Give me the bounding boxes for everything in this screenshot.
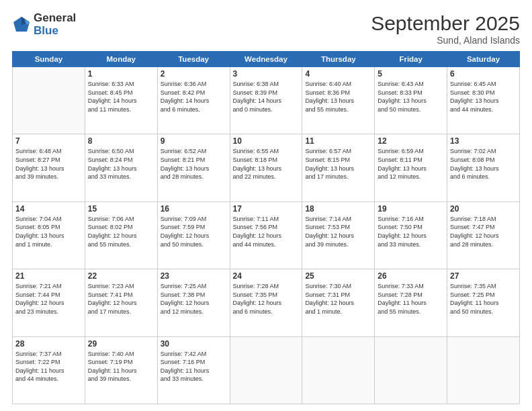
day-number: 10 [233, 136, 300, 146]
logo-general-text: General [34, 12, 76, 25]
day-info: Sunrise: 6:59 AM Sunset: 8:11 PM Dayligh… [378, 147, 444, 181]
calendar-cell: 19Sunrise: 7:16 AM Sunset: 7:50 PM Dayli… [375, 201, 447, 269]
day-info: Sunrise: 6:48 AM Sunset: 8:27 PM Dayligh… [15, 147, 82, 181]
day-number: 7 [15, 136, 82, 146]
calendar-header-tuesday: Tuesday [157, 52, 230, 67]
calendar-cell: 26Sunrise: 7:33 AM Sunset: 7:28 PM Dayli… [375, 269, 447, 336]
calendar-cell: 10Sunrise: 6:55 AM Sunset: 8:18 PM Dayli… [230, 134, 302, 201]
day-number: 12 [378, 136, 444, 146]
calendar-cell: 20Sunrise: 7:18 AM Sunset: 7:47 PM Dayli… [447, 201, 520, 269]
calendar-header-row: SundayMondayTuesdayWednesdayThursdayFrid… [13, 52, 520, 67]
day-info: Sunrise: 7:30 AM Sunset: 7:31 PM Dayligh… [305, 282, 371, 316]
calendar-cell: 29Sunrise: 7:40 AM Sunset: 7:19 PM Dayli… [85, 336, 157, 404]
calendar-header-wednesday: Wednesday [230, 52, 302, 67]
day-number: 4 [305, 69, 371, 79]
calendar-cell [447, 336, 520, 404]
calendar-cell: 24Sunrise: 7:28 AM Sunset: 7:35 PM Dayli… [230, 269, 302, 336]
day-number: 18 [305, 204, 371, 214]
day-number: 17 [233, 204, 300, 214]
title-block: September 2025 Sund, Aland Islands [371, 12, 520, 46]
day-number: 27 [450, 271, 517, 281]
logo: General Blue [12, 12, 76, 37]
day-number: 20 [450, 204, 517, 214]
day-number: 11 [305, 136, 371, 146]
day-info: Sunrise: 7:02 AM Sunset: 8:08 PM Dayligh… [450, 147, 517, 181]
calendar-cell: 9Sunrise: 6:52 AM Sunset: 8:21 PM Daylig… [157, 134, 230, 201]
day-number: 1 [88, 69, 154, 79]
day-number: 9 [161, 136, 227, 146]
calendar-cell [302, 336, 375, 404]
day-info: Sunrise: 6:43 AM Sunset: 8:33 PM Dayligh… [378, 80, 444, 113]
day-number: 15 [88, 204, 154, 214]
calendar-cell: 4Sunrise: 6:40 AM Sunset: 8:36 PM Daylig… [302, 67, 375, 134]
calendar-cell: 2Sunrise: 6:36 AM Sunset: 8:42 PM Daylig… [157, 67, 230, 134]
calendar-header-thursday: Thursday [302, 52, 375, 67]
day-number: 8 [88, 136, 154, 146]
calendar-week-row: 14Sunrise: 7:04 AM Sunset: 8:05 PM Dayli… [13, 201, 520, 269]
calendar-cell: 21Sunrise: 7:21 AM Sunset: 7:44 PM Dayli… [13, 269, 85, 336]
calendar-table: SundayMondayTuesdayWednesdayThursdayFrid… [12, 51, 520, 404]
calendar-cell [13, 67, 85, 134]
day-number: 21 [15, 271, 82, 281]
day-number: 30 [161, 339, 227, 349]
day-info: Sunrise: 6:38 AM Sunset: 8:39 PM Dayligh… [233, 80, 300, 113]
calendar-header-saturday: Saturday [447, 52, 520, 67]
calendar-cell: 22Sunrise: 7:23 AM Sunset: 7:41 PM Dayli… [85, 269, 157, 336]
calendar-cell: 15Sunrise: 7:06 AM Sunset: 8:02 PM Dayli… [85, 201, 157, 269]
day-info: Sunrise: 7:28 AM Sunset: 7:35 PM Dayligh… [233, 282, 300, 316]
day-info: Sunrise: 7:14 AM Sunset: 7:53 PM Dayligh… [305, 215, 371, 248]
calendar-header-sunday: Sunday [13, 52, 85, 67]
calendar-cell: 6Sunrise: 6:45 AM Sunset: 8:30 PM Daylig… [447, 67, 520, 134]
calendar-cell [230, 336, 302, 404]
calendar-cell: 28Sunrise: 7:37 AM Sunset: 7:22 PM Dayli… [13, 336, 85, 404]
calendar-week-row: 21Sunrise: 7:21 AM Sunset: 7:44 PM Dayli… [13, 269, 520, 336]
day-number: 14 [15, 204, 82, 214]
calendar-cell: 1Sunrise: 6:33 AM Sunset: 8:45 PM Daylig… [85, 67, 157, 134]
calendar-cell: 17Sunrise: 7:11 AM Sunset: 7:56 PM Dayli… [230, 201, 302, 269]
day-info: Sunrise: 6:55 AM Sunset: 8:18 PM Dayligh… [233, 147, 300, 181]
day-info: Sunrise: 7:42 AM Sunset: 7:16 PM Dayligh… [161, 350, 227, 383]
calendar-header-friday: Friday [375, 52, 447, 67]
day-info: Sunrise: 7:04 AM Sunset: 8:05 PM Dayligh… [15, 215, 82, 248]
day-number: 13 [450, 136, 517, 146]
day-number: 6 [450, 69, 517, 79]
day-info: Sunrise: 7:09 AM Sunset: 7:59 PM Dayligh… [161, 215, 227, 248]
day-number: 5 [378, 69, 444, 79]
day-info: Sunrise: 7:25 AM Sunset: 7:38 PM Dayligh… [161, 282, 227, 316]
page: General Blue September 2025 Sund, Aland … [0, 0, 532, 411]
calendar-cell: 27Sunrise: 7:35 AM Sunset: 7:25 PM Dayli… [447, 269, 520, 336]
day-info: Sunrise: 6:50 AM Sunset: 8:24 PM Dayligh… [88, 147, 154, 181]
calendar-week-row: 28Sunrise: 7:37 AM Sunset: 7:22 PM Dayli… [13, 336, 520, 404]
day-info: Sunrise: 7:37 AM Sunset: 7:22 PM Dayligh… [15, 350, 82, 383]
day-info: Sunrise: 6:52 AM Sunset: 8:21 PM Dayligh… [161, 147, 227, 181]
day-info: Sunrise: 7:06 AM Sunset: 8:02 PM Dayligh… [88, 215, 154, 248]
day-number: 19 [378, 204, 444, 214]
calendar-cell: 3Sunrise: 6:38 AM Sunset: 8:39 PM Daylig… [230, 67, 302, 134]
day-number: 16 [161, 204, 227, 214]
day-number: 3 [233, 69, 300, 79]
day-info: Sunrise: 6:33 AM Sunset: 8:45 PM Dayligh… [88, 80, 154, 113]
day-number: 24 [233, 271, 300, 281]
calendar-cell: 5Sunrise: 6:43 AM Sunset: 8:33 PM Daylig… [375, 67, 447, 134]
day-info: Sunrise: 6:36 AM Sunset: 8:42 PM Dayligh… [161, 80, 227, 113]
day-number: 26 [378, 271, 444, 281]
calendar-cell: 12Sunrise: 6:59 AM Sunset: 8:11 PM Dayli… [375, 134, 447, 201]
day-info: Sunrise: 6:40 AM Sunset: 8:36 PM Dayligh… [305, 80, 371, 113]
calendar-cell: 25Sunrise: 7:30 AM Sunset: 7:31 PM Dayli… [302, 269, 375, 336]
day-info: Sunrise: 6:57 AM Sunset: 8:15 PM Dayligh… [305, 147, 371, 181]
calendar-cell: 8Sunrise: 6:50 AM Sunset: 8:24 PM Daylig… [85, 134, 157, 201]
calendar-cell: 18Sunrise: 7:14 AM Sunset: 7:53 PM Dayli… [302, 201, 375, 269]
day-number: 29 [88, 339, 154, 349]
calendar-cell: 11Sunrise: 6:57 AM Sunset: 8:15 PM Dayli… [302, 134, 375, 201]
calendar-cell: 16Sunrise: 7:09 AM Sunset: 7:59 PM Dayli… [157, 201, 230, 269]
day-info: Sunrise: 7:35 AM Sunset: 7:25 PM Dayligh… [450, 282, 517, 316]
day-number: 22 [88, 271, 154, 281]
calendar-week-row: 1Sunrise: 6:33 AM Sunset: 8:45 PM Daylig… [13, 67, 520, 134]
day-info: Sunrise: 7:21 AM Sunset: 7:44 PM Dayligh… [15, 282, 82, 316]
logo-blue-text: Blue [34, 25, 76, 38]
day-info: Sunrise: 7:40 AM Sunset: 7:19 PM Dayligh… [88, 350, 154, 383]
location-title: Sund, Aland Islands [371, 35, 520, 46]
day-info: Sunrise: 7:18 AM Sunset: 7:47 PM Dayligh… [450, 215, 517, 248]
day-info: Sunrise: 6:45 AM Sunset: 8:30 PM Dayligh… [450, 80, 517, 113]
day-info: Sunrise: 7:11 AM Sunset: 7:56 PM Dayligh… [233, 215, 300, 248]
